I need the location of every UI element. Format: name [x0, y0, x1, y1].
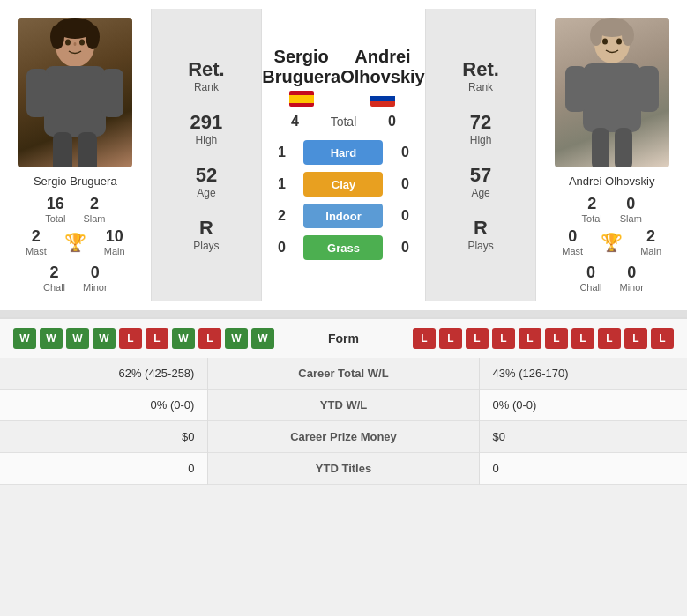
- right-form-badge-l: L: [519, 328, 541, 349]
- right-trophy-row: 0 Mast 🏆 2 Main: [562, 227, 661, 256]
- right-total-label: Total: [582, 213, 602, 224]
- right-trophy-icon: 🏆: [601, 232, 623, 253]
- left-age-value: 52: [196, 164, 217, 187]
- right-form-badges: LLLLLLLLLL: [413, 328, 674, 349]
- left-plays-label: Plays: [193, 240, 219, 252]
- right-mast-value: 0: [568, 227, 577, 246]
- right-high-value: 72: [470, 111, 491, 134]
- right-form-badge-l: L: [413, 328, 436, 349]
- right-rank-value: Ret.: [462, 58, 499, 81]
- left-age-label: Age: [197, 187, 215, 199]
- right-form-badge-l: L: [651, 328, 674, 349]
- total-row: 4 Total 0: [281, 114, 405, 130]
- top-section: Sergio Bruguera 16 Total 2 Slam 2 Mast 🏆: [0, 0, 687, 310]
- right-form-badge-l: L: [545, 328, 568, 349]
- left-mast-label: Mast: [26, 246, 47, 256]
- left-mid-panel: Ret. Rank 291 High 52 Age R Plays: [151, 9, 263, 301]
- left-form-badge-w: W: [93, 328, 116, 349]
- left-form-badge-l: L: [119, 328, 142, 349]
- svg-rect-4: [53, 132, 72, 167]
- right-player-photo: [555, 18, 669, 167]
- stats-row: 0 YTD Titles 0: [0, 453, 687, 485]
- clay-badge: Clay: [303, 172, 383, 197]
- stat-right-2: $0: [479, 421, 687, 453]
- right-player-card: Andrei Olhovskiy 2 Total 0 Slam 0 Mast 🏆: [536, 9, 687, 301]
- total-right-score: 0: [378, 114, 405, 130]
- stat-right-1: 0% (0-0): [479, 390, 687, 421]
- right-form-badge-l: L: [624, 328, 647, 349]
- left-form-badges: WWWWLLWLWW: [13, 328, 274, 349]
- left-player-name: Sergio Bruguera: [34, 174, 117, 188]
- left-form-badge-l: L: [146, 328, 168, 349]
- right-form-badge-l: L: [598, 328, 621, 349]
- clay-right-score: 0: [392, 176, 418, 192]
- indoor-row: 2 Indoor 0: [268, 204, 418, 228]
- svg-point-6: [65, 40, 71, 46]
- left-form-badge-l: L: [198, 328, 221, 349]
- right-slam-label: Slam: [620, 213, 642, 224]
- grass-left-score: 0: [268, 240, 295, 256]
- form-label: Form: [328, 331, 359, 345]
- right-rank-stat: Ret. Rank: [462, 58, 499, 93]
- right-mid-panel: Ret. Rank 72 High 57 Age R Plays: [425, 9, 537, 301]
- right-form-badge-l: L: [439, 328, 462, 349]
- left-player-photo: [18, 18, 132, 167]
- right-stats-row1: 2 Total 0 Slam: [545, 195, 678, 224]
- stat-left-3: 0: [0, 453, 208, 485]
- hard-row: 1 Hard 0: [268, 140, 418, 165]
- hard-left-score: 1: [268, 145, 295, 160]
- svg-point-19: [616, 39, 622, 45]
- right-minor-value: 0: [627, 263, 636, 282]
- svg-rect-2: [26, 69, 49, 117]
- right-slam-value: 0: [626, 195, 635, 213]
- right-high-label: High: [470, 134, 492, 146]
- stat-right-0: 43% (126-170): [479, 358, 687, 390]
- svg-rect-1: [44, 66, 106, 137]
- indoor-left-score: 2: [268, 208, 295, 224]
- left-chall-value: 2: [50, 263, 59, 282]
- left-form-badge-w: W: [66, 328, 89, 349]
- left-form-badge-w: W: [225, 328, 248, 349]
- right-rank-label: Rank: [468, 81, 493, 93]
- left-plays-stat: R Plays: [193, 217, 219, 252]
- svg-point-8: [74, 42, 77, 46]
- svg-point-22: [622, 25, 634, 46]
- left-main-label: Main: [104, 246, 125, 256]
- section-divider: [0, 310, 687, 317]
- left-trophy-icon: 🏆: [64, 232, 86, 253]
- left-trophy-row: 2 Mast 🏆 10 Main: [26, 227, 125, 256]
- svg-point-21: [590, 25, 602, 46]
- left-stats-row1: 16 Total 2 Slam: [9, 195, 142, 224]
- center-section: Sergio Bruguera Andrei Olhovskiy 4: [262, 9, 425, 301]
- left-stats-row3: 2 Chall 0 Minor: [9, 263, 142, 293]
- total-label: Total: [317, 115, 370, 129]
- stat-center-3: YTD Titles: [208, 453, 479, 485]
- right-age-stat: 57 Age: [470, 164, 491, 199]
- right-chall-label: Chall: [579, 282, 601, 293]
- stat-center-0: Career Total W/L: [208, 358, 479, 390]
- svg-rect-5: [78, 132, 97, 167]
- right-mast-label: Mast: [562, 246, 583, 256]
- svg-rect-3: [101, 69, 123, 117]
- right-header-name-line2: Olhovskiy: [340, 67, 425, 87]
- grass-row: 0 Grass 0: [268, 235, 418, 260]
- svg-point-11: [86, 25, 100, 49]
- main-container: Sergio Bruguera 16 Total 2 Slam 2 Mast 🏆: [0, 0, 687, 485]
- stat-center-1: YTD W/L: [208, 390, 479, 421]
- left-minor-value: 0: [91, 263, 100, 282]
- stats-table: 62% (425-258) Career Total W/L 43% (126-…: [0, 358, 687, 485]
- right-total-value: 2: [587, 195, 596, 213]
- right-main-value: 2: [646, 227, 655, 246]
- right-player-name: Andrei Olhovskiy: [569, 174, 655, 188]
- left-player-card: Sergio Bruguera 16 Total 2 Slam 2 Mast 🏆: [0, 9, 151, 301]
- left-header-name-line1: Sergio: [262, 47, 340, 67]
- indoor-badge: Indoor: [303, 204, 383, 228]
- left-plays-value: R: [199, 217, 213, 240]
- left-slam-label: Slam: [83, 213, 105, 224]
- left-rank-stat: Ret. Rank: [188, 58, 225, 93]
- svg-rect-14: [565, 66, 586, 112]
- clay-row: 1 Clay 0: [268, 172, 418, 197]
- left-main-value: 10: [106, 227, 123, 246]
- left-chall-label: Chall: [43, 282, 65, 293]
- stats-row: 0% (0-0) YTD W/L 0% (0-0): [0, 390, 687, 421]
